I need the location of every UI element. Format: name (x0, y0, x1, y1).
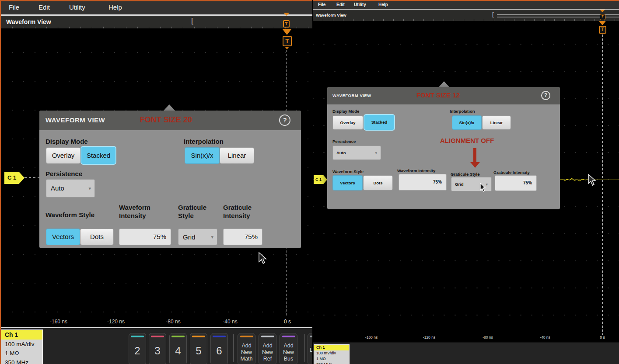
stacked-button[interactable]: Stacked (364, 114, 395, 131)
waveform-intensity-field[interactable]: 75% (399, 174, 447, 191)
add-new-ref-button[interactable]: Add New Ref (259, 333, 276, 364)
graticule-style-dropdown[interactable]: Grid ▾ (178, 229, 217, 245)
graticule-style-label: Graticule Style (178, 203, 213, 220)
annotation-arrow-head-icon (470, 162, 480, 168)
channel-color-stripe (151, 336, 164, 337)
channel-button-4[interactable]: 4 (169, 333, 187, 364)
graticule-style-value: Grid (183, 233, 195, 241)
menu-item-utility[interactable]: Utility (69, 3, 85, 11)
channel-button-2[interactable]: 2 (129, 333, 146, 364)
trigger-badge[interactable]: T (599, 26, 606, 34)
trigger-badge[interactable]: T (283, 36, 292, 46)
linear-button[interactable]: Linear (482, 115, 511, 130)
persistence-label: Persistence (45, 170, 82, 177)
overlay-button[interactable]: Overlay (332, 115, 363, 130)
waveform-view-dialog: WAVEFORM VIEW FONT SIZE 20 ? Display Mod… (39, 111, 301, 248)
help-icon[interactable]: ? (279, 114, 290, 126)
annotation-alignment-off: ALIGNMENT OFF (440, 137, 494, 144)
trigger-position-arrow-icon[interactable] (600, 10, 605, 12)
channel-button-label: 2 (134, 345, 140, 357)
trigger-expansion-arrow-icon (599, 21, 606, 25)
menu-item-help[interactable]: Help (378, 2, 388, 7)
channel-color-stripe (171, 336, 185, 337)
waveform-intensity-label: Waveform Intensity (119, 203, 159, 220)
menu-item-help[interactable]: Help (108, 3, 122, 11)
menu-item-file[interactable]: File (318, 2, 325, 7)
graticule-intensity-field[interactable]: 75% (495, 175, 537, 191)
trigger-expansion-arrow-icon (283, 29, 291, 35)
graticule-intensity-label: Graticule Intensity (223, 203, 262, 220)
channel-impedance: 1 MΩ (314, 356, 349, 362)
add-button-label: Add New Bus (283, 343, 294, 362)
menu-item-edit[interactable]: Edit (336, 2, 345, 7)
graticule-style-label: Graticule Style (451, 172, 480, 177)
linear-button[interactable]: Linear (220, 147, 254, 164)
channel-bandwidth: 350 MHz (314, 362, 349, 364)
interpolation-label: Interpolation (184, 138, 224, 145)
overlay-button[interactable]: Overlay (46, 147, 80, 164)
persistence-dropdown[interactable]: Auto ▾ (332, 146, 381, 160)
channel-info-badge[interactable]: Ch 1 100 mV/div 1 MΩ 350 MHz (314, 344, 350, 364)
trigger-timeline-badge[interactable]: T (283, 20, 290, 28)
channel-button-3[interactable]: 3 (149, 333, 166, 364)
channel-button-5[interactable]: 5 (190, 333, 207, 364)
channel-button-label: 3 (154, 345, 160, 357)
button-group-separator (233, 334, 234, 362)
stacked-button[interactable]: Stacked (80, 146, 116, 165)
menu-item-utility[interactable]: Utility (354, 2, 366, 7)
channel-color-stripe (192, 336, 205, 337)
mouse-cursor (479, 183, 486, 192)
tab-waveform-view[interactable]: Waveform View (316, 13, 346, 17)
display-mode-label: Display Mode (45, 138, 88, 145)
vectors-button[interactable]: Vectors (46, 229, 80, 245)
annotation-font-size: FONT SIZE 12 (416, 91, 460, 99)
vectors-button[interactable]: Vectors (332, 175, 363, 191)
channel-color-stripe (310, 336, 312, 337)
waveform-view-dialog: WAVEFORM VIEW FONT SIZE 12 ? Display Mod… (327, 87, 560, 209)
persistence-dropdown[interactable]: Auto ▾ (46, 179, 95, 198)
time-axis-label: -80 ns (483, 335, 493, 340)
zoom-window-bracket: [ (191, 17, 193, 25)
sinx-button[interactable]: Sin(x)/x (185, 147, 220, 164)
waveform-intensity-field[interactable]: 75% (119, 229, 171, 245)
dots-button[interactable]: Dots (80, 229, 114, 245)
channel-name: Ch 1 (314, 345, 349, 350)
channel-color-stripe (213, 336, 226, 337)
graticule-intensity-label: Graticule Intensity (493, 170, 530, 175)
graticule-intensity-field[interactable]: 75% (223, 229, 262, 245)
add-new-bus-button[interactable]: Add New Bus (280, 333, 297, 364)
channel-scale: 100 mV/div (314, 350, 349, 356)
clipped-button-label: DV (310, 347, 312, 353)
channel-baseline-dashes (24, 177, 39, 178)
dialog-anchor-notch (439, 81, 449, 87)
trigger-position-arrow-icon[interactable] (283, 13, 290, 16)
trigger-timeline-badge[interactable]: T (600, 14, 605, 20)
trigger-time-line (602, 35, 603, 335)
tab-bar: Waveform View [ (1, 16, 312, 28)
dialog-header[interactable]: WAVEFORM VIEW FONT SIZE 12 ? (327, 87, 560, 104)
menu-item-edit[interactable]: Edit (38, 3, 50, 11)
clipped-dvm-button[interactable]: DV (308, 333, 312, 364)
sinx-button[interactable]: Sin(x)/x (452, 115, 482, 130)
tab-waveform-view[interactable]: Waveform View (6, 18, 51, 25)
persistence-value: Auto (51, 184, 64, 192)
channel-name: Ch 1 (1, 330, 42, 340)
menu-item-file[interactable]: File (9, 3, 19, 11)
channel-color-stripe (131, 336, 144, 337)
channel-scale: 100 mA/div (1, 340, 42, 349)
chevron-down-icon: ▾ (88, 186, 91, 191)
annotation-arrow-shaft (473, 148, 476, 162)
channel-color-stripe (240, 336, 253, 337)
time-axis-label: -40 ns (540, 335, 550, 340)
dialog-anchor-notch (164, 104, 175, 111)
help-icon[interactable]: ? (541, 91, 550, 100)
add-new-math-button[interactable]: Add New Math (238, 333, 255, 364)
channel-button-6[interactable]: 6 (210, 333, 228, 364)
dialog-header[interactable]: WAVEFORM VIEW FONT SIZE 20 ? (39, 111, 301, 130)
channel-info-badge[interactable]: Ch 1 100 mA/div 1 MΩ 350 MHz (1, 329, 43, 364)
dots-button[interactable]: Dots (363, 175, 393, 191)
time-axis-label: -40 ns (223, 319, 237, 325)
trigger-badge-tail-icon (285, 47, 289, 49)
left-panel: File Edit Utility Help Waveform View [ T… (0, 0, 312, 364)
channel-button-label: 4 (175, 345, 181, 357)
